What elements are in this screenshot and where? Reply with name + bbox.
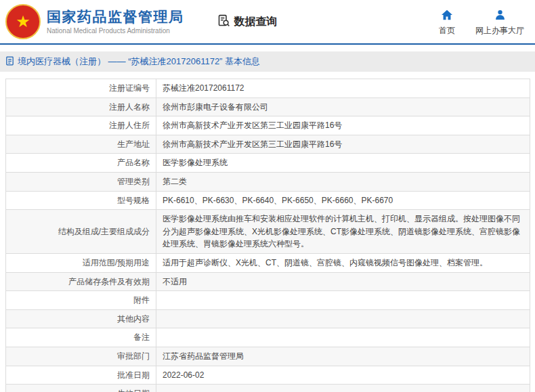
row-label: 其他内容 xyxy=(6,309,156,328)
row-label: 批准日期 xyxy=(6,366,156,385)
row-value: 徐州市高新技术产业开发区第三工业园康平路16号 xyxy=(156,116,530,135)
table-row: 型号规格PK-6610、PK-6630、PK-6640、PK-6650、PK-6… xyxy=(6,191,530,210)
row-value xyxy=(156,291,530,310)
row-label: 注册人住所 xyxy=(6,116,156,135)
row-value: 苏械注准20172061172 xyxy=(156,79,530,98)
org-subtitle: National Medical Products Administration xyxy=(47,27,184,35)
row-label: 注册人名称 xyxy=(6,97,156,116)
row-value: 徐州市彭康电子设备有限公司 xyxy=(156,97,530,116)
table-row: 注册证编号苏械注准20172061172 xyxy=(6,79,530,98)
row-value: 徐州市高新技术产业开发区第三工业园康平路16号 xyxy=(156,135,530,154)
nav-home[interactable]: 首页 xyxy=(439,7,455,37)
data-query-label: 数据查询 xyxy=(234,15,278,29)
registration-info-table: 注册证编号苏械注准20172061172注册人名称徐州市彭康电子设备有限公司注册… xyxy=(5,79,530,392)
document-search-icon xyxy=(217,14,231,30)
row-label: 备注 xyxy=(6,328,156,347)
table-row: 结构及组成/主要组成成分医学影像处理系统由推车和安装相应处理软件的计算机主机、打… xyxy=(6,210,530,254)
table-row: 产品名称医学影像处理系统 xyxy=(6,154,530,173)
table-row: 适用范围/预期用途适用于超声诊断仪、X光机、CT、阴道镜、宫腔镜、内窥镜视频信号… xyxy=(6,253,530,272)
nav-home-label: 首页 xyxy=(439,25,455,37)
row-value: 2022-06-02 xyxy=(156,366,530,385)
row-value: 江苏省药品监督管理局 xyxy=(156,347,530,366)
table-row: 审批部门江苏省药品监督管理局 xyxy=(6,347,530,366)
table-row: 注册人名称徐州市彭康电子设备有限公司 xyxy=(6,97,530,116)
row-label: 生产地址 xyxy=(6,135,156,154)
row-label: 附件 xyxy=(6,291,156,310)
row-value xyxy=(156,385,530,392)
row-value xyxy=(156,328,530,347)
row-label: 结构及组成/主要组成成分 xyxy=(6,210,156,254)
breadcrumb-text: 境内医疗器械（注册） —— “苏械注准20172061172” 基本信息 xyxy=(18,56,260,68)
row-label: 管理类别 xyxy=(6,172,156,191)
row-label: 适用范围/预期用途 xyxy=(6,253,156,272)
row-value: 第二类 xyxy=(156,172,530,191)
header-nav: 首页 网上办事大厅 xyxy=(439,7,524,37)
table-row: 其他内容 xyxy=(6,309,530,328)
row-label: 型号规格 xyxy=(6,191,156,210)
info-table-body: 注册证编号苏械注准20172061172注册人名称徐州市彭康电子设备有限公司注册… xyxy=(6,79,530,392)
row-value: 不适用 xyxy=(156,272,530,291)
table-row: 生产地址徐州市高新技术产业开发区第三工业园康平路16号 xyxy=(6,135,530,154)
table-row: 管理类别第二类 xyxy=(6,172,530,191)
org-title: 国家药品监督管理局 xyxy=(47,9,184,25)
table-row: 备注 xyxy=(6,328,530,347)
table-row: 生效日期 xyxy=(6,385,530,392)
site-header: ★ 国家药品监督管理局 National Medical Products Ad… xyxy=(0,0,535,45)
table-row: 附件 xyxy=(6,291,530,310)
breadcrumb: 境内医疗器械（注册） —— “苏械注准20172061172” 基本信息 xyxy=(0,51,535,72)
row-label: 审批部门 xyxy=(6,347,156,366)
table-row: 注册人住所徐州市高新技术产业开发区第三工业园康平路16号 xyxy=(6,116,530,135)
row-label: 产品名称 xyxy=(6,154,156,173)
table-row: 批准日期2022-06-02 xyxy=(6,366,530,385)
org-title-block: 国家药品监督管理局 National Medical Products Admi… xyxy=(47,9,184,34)
row-value: 医学影像处理系统 xyxy=(156,154,530,173)
row-value: 适用于超声诊断仪、X光机、CT、阴道镜、宫腔镜、内窥镜视频信号图像处理、档案管理… xyxy=(156,253,530,272)
national-emblem-logo: ★ xyxy=(5,4,41,39)
row-label: 产品储存条件及有效期 xyxy=(6,272,156,291)
home-icon xyxy=(441,9,453,22)
table-row: 产品储存条件及有效期不适用 xyxy=(6,272,530,291)
row-label: 生效日期 xyxy=(6,385,156,392)
row-value: PK-6610、PK-6630、PK-6640、PK-6650、PK-6660、… xyxy=(156,191,530,210)
row-value xyxy=(156,309,530,328)
row-label: 注册证编号 xyxy=(6,79,156,98)
nav-online-hall[interactable]: 网上办事大厅 xyxy=(475,7,524,37)
user-icon xyxy=(494,9,506,22)
data-query-section[interactable]: 数据查询 xyxy=(217,14,278,30)
row-value: 医学影像处理系统由推车和安装相应处理软件的计算机主机、打印机、显示器组成。按处理… xyxy=(156,210,530,254)
document-icon xyxy=(5,56,14,68)
nav-online-hall-label: 网上办事大厅 xyxy=(475,25,524,37)
